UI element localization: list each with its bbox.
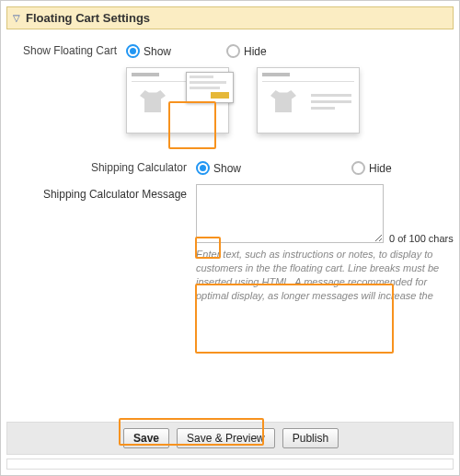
- section-title: Floating Cart Settings: [26, 11, 150, 25]
- shipping-msg-row: Shipping Calculator Message 0 of 100 cha…: [16, 184, 444, 246]
- section-header[interactable]: ▽ Floating Cart Settings: [6, 6, 454, 29]
- floating-cart-hide-radio[interactable]: Hide: [226, 44, 267, 58]
- preview-show-card[interactable]: [126, 67, 229, 134]
- bottom-bar: [6, 459, 454, 470]
- shipping-msg-textarea[interactable]: [196, 184, 384, 243]
- collapse-icon[interactable]: ▽: [13, 13, 20, 23]
- floating-cart-label: Show Floating Cart: [16, 44, 126, 58]
- publish-button[interactable]: Publish: [282, 428, 339, 448]
- save-preview-button[interactable]: Save & Preview: [177, 428, 275, 448]
- shipping-msg-label: Shipping Calculator Message: [16, 184, 196, 246]
- shipping-calc-hide-radio[interactable]: Hide: [351, 161, 392, 175]
- char-counter: 0 of 100 chars: [389, 233, 454, 244]
- radio-label: Hide: [244, 45, 267, 58]
- floating-cart-row: Show Floating Cart Show Hide: [16, 44, 444, 58]
- shipping-calc-show-radio[interactable]: Show: [196, 161, 241, 175]
- save-button[interactable]: Save: [123, 428, 169, 448]
- shipping-msg-help: Enter text, such as instructions or note…: [196, 248, 444, 302]
- preview-hide-card[interactable]: [257, 67, 360, 134]
- radio-label: Hide: [369, 162, 392, 175]
- action-bar: Save Save & Preview Publish: [6, 422, 454, 455]
- shipping-calc-row: Shipping Calculator Show Hide: [16, 161, 444, 175]
- radio-label: Show: [213, 162, 241, 175]
- radio-label: Show: [144, 45, 171, 58]
- floating-cart-show-radio[interactable]: Show: [126, 44, 171, 58]
- shipping-calc-label: Shipping Calculator: [16, 161, 196, 175]
